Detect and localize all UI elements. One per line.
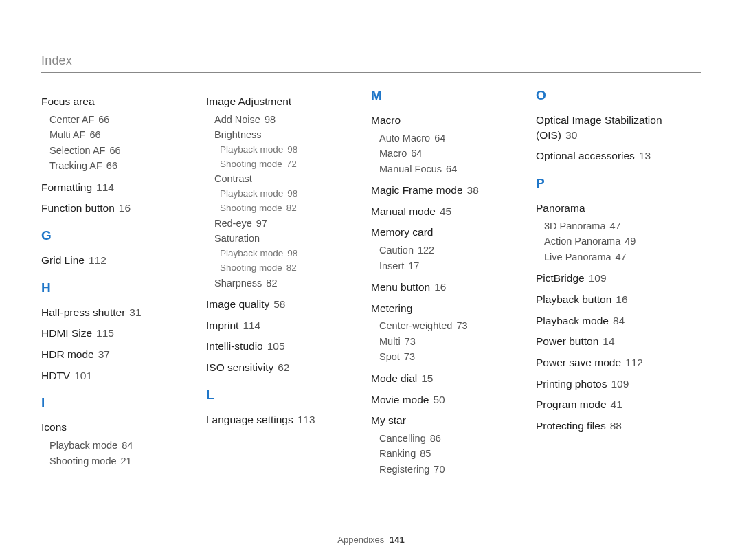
sub-metering-spot: Spot73 — [379, 349, 524, 364]
letter-i: I — [41, 395, 194, 410]
entry-mode-dial: Mode dial15 — [371, 371, 524, 386]
letter-g: G — [41, 228, 194, 243]
sub-metering-center: Center-weighted73 — [379, 318, 524, 333]
entry-image-quality: Image quality58 — [206, 297, 359, 312]
page-header: Index — [41, 54, 701, 73]
entry-printing-photos: Printing photos109 — [536, 377, 688, 392]
sub-macro-sub: Macro64 — [379, 146, 524, 161]
sub-memcard-caution: Caution122 — [379, 243, 524, 258]
entry-imprint: Imprint114 — [206, 318, 359, 333]
entry-formatting: Formatting114 — [41, 180, 194, 195]
entry-playback-button: Playback button16 — [536, 292, 688, 307]
letter-h: H — [41, 280, 194, 295]
sub-contrast: Contrast — [214, 171, 359, 186]
sub-metering-multi: Multi73 — [379, 334, 524, 349]
subsub-saturation-shooting: Shooting mode82 — [220, 261, 359, 276]
entry-macro: Macro — [371, 113, 524, 128]
entry-memory-card: Memory card — [371, 225, 524, 240]
sub-action-panorama: Action Panorama49 — [544, 234, 688, 249]
sub-auto-macro: Auto Macro64 — [379, 131, 524, 146]
entry-focus-area: Focus area — [41, 94, 194, 109]
entry-power-save: Power save mode112 — [536, 355, 688, 370]
sub-live-panorama: Live Panorama47 — [544, 249, 688, 265]
entry-hdr-mode: HDR mode37 — [41, 347, 194, 362]
entry-hdmi-size: HDMI Size115 — [41, 326, 194, 341]
letter-o: O — [536, 88, 688, 103]
letter-m: M — [371, 88, 524, 103]
column-2: Image Adjustment Add Noise98 Brightness … — [206, 88, 371, 477]
subsub-contrast-playback: Playback mode98 — [220, 187, 359, 201]
entry-half-press: Half-press shutter31 — [41, 305, 194, 320]
footer-page-number: 141 — [390, 535, 405, 545]
entry-optional-accessories: Optional accessories13 — [536, 148, 688, 164]
entry-hdtv: HDTV101 — [41, 368, 194, 383]
entry-my-star: My star — [371, 413, 524, 428]
subsub-saturation-playback: Playback mode98 — [220, 247, 359, 261]
subsub-contrast-shooting: Shooting mode82 — [220, 201, 359, 216]
page-footer: Appendixes 141 — [0, 535, 742, 545]
entry-power-button: Power button14 — [536, 334, 688, 349]
entry-playback-mode: Playback mode84 — [536, 313, 688, 328]
subsub-brightness-shooting: Shooting mode72 — [220, 157, 359, 172]
letter-l: L — [206, 388, 359, 403]
entry-language-settings: Language settings113 — [206, 412, 359, 427]
entry-icons: Icons — [41, 420, 194, 435]
entry-pictbridge: PictBridge109 — [536, 271, 688, 286]
sub-3d-panorama: 3D Panorama47 — [544, 219, 688, 234]
footer-section: Appendixes — [337, 535, 384, 545]
entry-menu-button: Menu button16 — [371, 280, 524, 295]
sub-mystar-cancel: Cancelling86 — [379, 431, 524, 446]
sub-mystar-ranking: Ranking85 — [379, 446, 524, 461]
entry-function-button: Function button16 — [41, 201, 194, 216]
column-4: O Optical Image Stabilization (OIS)30 Op… — [536, 88, 701, 477]
sub-mystar-register: Registering70 — [379, 462, 524, 477]
entry-iso: ISO sensitivity62 — [206, 360, 359, 375]
sub-icons-shooting: Shooting mode21 — [49, 453, 194, 469]
sub-multi-af: Multi AF66 — [49, 127, 194, 142]
header-title: Index — [41, 54, 701, 68]
sub-tracking-af: Tracking AF66 — [49, 158, 194, 173]
entry-metering: Metering — [371, 301, 524, 316]
sub-selection-af: Selection AF66 — [49, 143, 194, 158]
sub-red-eye: Red-eye97 — [214, 216, 359, 231]
entry-ois: Optical Image Stabilization (OIS)30 — [536, 113, 688, 142]
subsub-brightness-playback: Playback mode98 — [220, 143, 359, 157]
sub-saturation: Saturation — [214, 231, 359, 246]
entry-intelli-studio: Intelli-studio105 — [206, 339, 359, 354]
column-3: M Macro Auto Macro64 Macro64 Manual Focu… — [371, 88, 536, 477]
sub-manual-focus: Manual Focus64 — [379, 161, 524, 177]
entry-magic-frame: Magic Frame mode38 — [371, 183, 524, 198]
sub-sharpness: Sharpness82 — [214, 276, 359, 291]
entry-panorama: Panorama — [536, 201, 688, 216]
sub-memcard-insert: Insert17 — [379, 258, 524, 273]
letter-p: P — [536, 176, 688, 191]
entry-program-mode: Program mode41 — [536, 397, 688, 412]
entry-protecting-files: Protecting files88 — [536, 418, 688, 434]
entry-grid-line: Grid Line112 — [41, 253, 194, 268]
index-page: Index Focus area Center AF66 Multi AF66 … — [0, 0, 742, 477]
sub-add-noise: Add Noise98 — [214, 112, 359, 127]
entry-manual-mode: Manual mode45 — [371, 204, 524, 219]
sub-brightness: Brightness — [214, 127, 359, 142]
index-columns: Focus area Center AF66 Multi AF66 Select… — [41, 88, 701, 477]
column-1: Focus area Center AF66 Multi AF66 Select… — [41, 88, 206, 477]
sub-center-af: Center AF66 — [49, 112, 194, 127]
entry-movie-mode: Movie mode50 — [371, 392, 524, 407]
entry-image-adjustment: Image Adjustment — [206, 94, 359, 109]
sub-icons-playback: Playback mode84 — [49, 438, 194, 453]
